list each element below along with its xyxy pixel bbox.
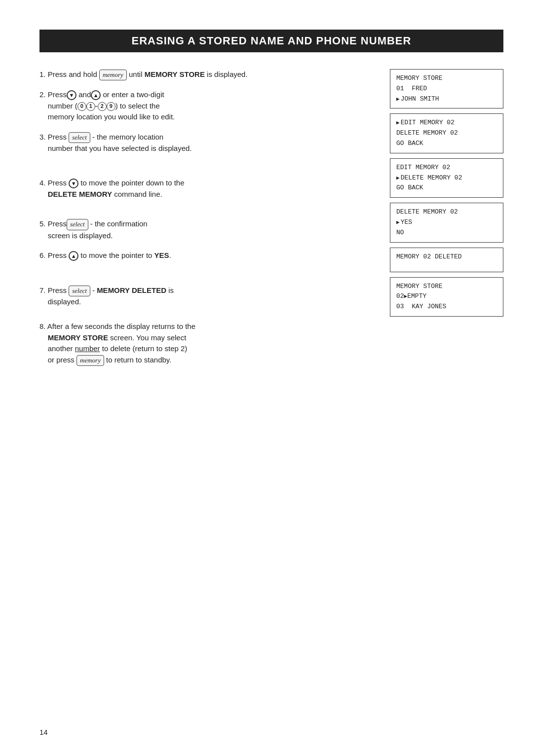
memory-key-1: memory [99, 70, 127, 80]
step-7: 7. Press select - MEMORY DELETED is disp… [39, 285, 370, 308]
page-title: ERASING A STORED NAME AND PHONE NUMBER [39, 30, 503, 52]
num-2-circle: 2 [98, 102, 107, 111]
up-arrow-btn-6: ▲ [69, 251, 78, 261]
lcd-2-line-2: DELETE MEMORY 02 [396, 128, 497, 139]
lcd-screen-1: MEMORY STORE 01 FRED JOHN SMITH [390, 69, 503, 108]
step-6-text: 6. Press ▲ to move the pointer to YES. [39, 251, 171, 259]
page-number: 14 [39, 728, 48, 736]
num-0-circle: 0 [77, 102, 86, 111]
lcd-3-line-1: EDIT MEMORY 02 [396, 163, 497, 173]
lcd-screen-2: EDIT MEMORY 02 DELETE MEMORY 02 GO BACK [390, 113, 503, 153]
step-6: 6. Press ▲ to move the pointer to YES. [39, 250, 370, 261]
step-5-text: 5. Pressselect - the confirmation screen… [39, 219, 148, 239]
step-4-text: 4. Press ▼ to move the pointer down to t… [39, 179, 185, 198]
num-1-circle: 1 [86, 102, 95, 111]
lcd-2-line-1: EDIT MEMORY 02 [396, 118, 497, 128]
lcd-3-line-2: DELETE MEMORY 02 [396, 173, 497, 183]
lcd-screens-column: MEMORY STORE 01 FRED JOHN SMITH EDIT MEM… [390, 69, 503, 375]
lcd-screen-4: DELETE MEMORY 02 YES NO [390, 203, 503, 242]
down-arrow-btn-4: ▼ [69, 179, 78, 188]
lcd-6-line-1: MEMORY STORE [396, 282, 497, 292]
lcd-1-line-1: MEMORY STORE [396, 73, 497, 84]
lcd-6-line-3: 03 KAY JONES [396, 302, 497, 312]
select-key-7: select [69, 286, 90, 296]
lcd-2-line-3: GO BACK [396, 139, 497, 149]
step-3: 3. Press select - the memory location nu… [39, 132, 370, 154]
down-arrow-btn-2: ▼ [67, 90, 76, 100]
memory-key-8: memory [76, 355, 104, 366]
step-4: 4. Press ▼ to move the pointer down to t… [39, 178, 370, 200]
step-8-text: 8. After a few seconds the display retur… [39, 322, 195, 364]
select-key-3: select [69, 132, 90, 143]
lcd-screen-3: EDIT MEMORY 02 DELETE MEMORY 02 GO BACK [390, 158, 503, 198]
step-1: 1. Press and hold memory until MEMORY ST… [39, 69, 370, 80]
lcd-5-line-1: MEMORY 02 DELETED [396, 252, 497, 262]
lcd-4-line-2: YES [396, 217, 497, 228]
lcd-4-line-3: NO [396, 228, 497, 238]
page: ERASING A STORED NAME AND PHONE NUMBER 1… [0, 0, 533, 756]
step-2: 2. Press▼ and▲ or enter a two-digit numb… [39, 89, 370, 123]
lcd-screen-5: MEMORY 02 DELETED [390, 248, 503, 272]
select-key-5: select [67, 219, 88, 230]
lcd-1-line-2: 01 FRED [396, 84, 497, 94]
steps-column: 1. Press and hold memory until MEMORY ST… [39, 69, 375, 375]
step-5: 5. Pressselect - the confirmation screen… [39, 218, 370, 241]
lcd-6-line-2: 02▶EMPTY [396, 291, 497, 302]
num-9-circle: 9 [107, 102, 115, 111]
step-3-text: 3. Press select - the memory location nu… [39, 133, 192, 152]
lcd-1-line-3: JOHN SMITH [396, 94, 497, 105]
up-arrow-btn-2: ▲ [91, 90, 101, 100]
step-1-text: 1. Press and hold memory until MEMORY ST… [39, 70, 248, 78]
lcd-4-line-1: DELETE MEMORY 02 [396, 207, 497, 217]
step-2-text: 2. Press▼ and▲ or enter a two-digit numb… [39, 90, 175, 121]
step-8: 8. After a few seconds the display retur… [39, 321, 370, 366]
step-7-text: 7. Press select - MEMORY DELETED is disp… [39, 286, 174, 306]
content-area: 1. Press and hold memory until MEMORY ST… [39, 69, 503, 375]
lcd-3-line-3: GO BACK [396, 183, 497, 193]
lcd-screen-6: MEMORY STORE 02▶EMPTY 03 KAY JONES [390, 277, 503, 317]
